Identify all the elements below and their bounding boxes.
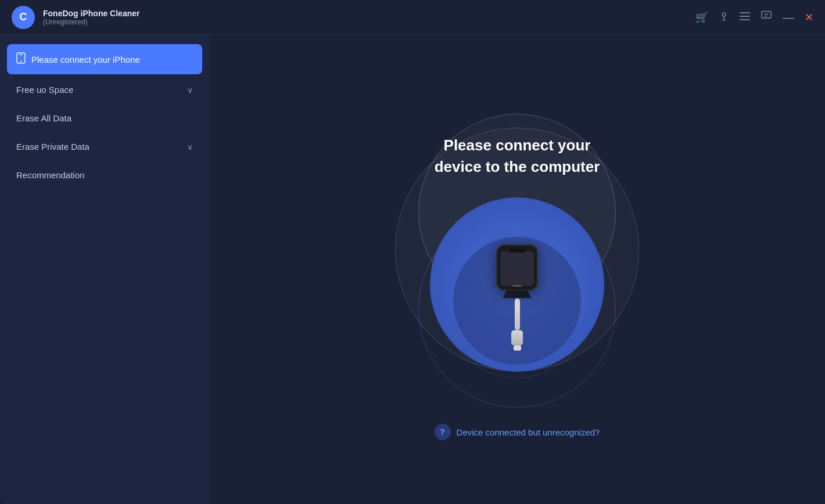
recommendation-label: Recommendation — [16, 170, 85, 180]
minimize-button[interactable]: — — [783, 12, 794, 23]
cart-icon[interactable]: 🛒 — [695, 11, 708, 24]
illustration-container: Please connect your device to the comput… — [366, 99, 668, 401]
chat-icon[interactable] — [761, 10, 772, 24]
profile-icon[interactable] — [719, 11, 729, 24]
erase-private-label: Erase Private Data — [16, 142, 89, 152]
svg-point-11 — [20, 61, 21, 62]
iphone-icon — [16, 52, 26, 66]
sidebar-item-erase-all[interactable]: Erase All Data — [7, 105, 202, 131]
close-button[interactable]: ✕ — [805, 11, 813, 24]
erase-all-label: Erase All Data — [16, 113, 71, 123]
sidebar-item-free-space[interactable]: Free uo Space ∨ — [7, 77, 202, 103]
app-title-main: FoneDog iPhone Cleaner — [43, 9, 139, 18]
cable-body — [515, 298, 520, 330]
title-bar-right: 🛒 — [695, 10, 813, 24]
svg-point-0 — [722, 13, 726, 16]
sidebar-item-erase-private[interactable]: Erase Private Data ∨ — [7, 134, 202, 160]
iphone-screen — [500, 251, 534, 286]
cable-tip — [514, 345, 521, 351]
connector-shadow — [503, 290, 532, 298]
sidebar-label-connect: Please connect your iPhone — [31, 55, 140, 64]
svg-rect-4 — [740, 16, 750, 17]
menu-icon[interactable] — [740, 11, 750, 23]
app-title-sub: (Unregistered) — [43, 18, 139, 26]
svg-rect-3 — [740, 12, 750, 13]
sidebar-item-connect-iphone[interactable]: Please connect your iPhone — [7, 44, 202, 74]
device-illustration — [496, 244, 538, 351]
cable-connector — [511, 330, 523, 345]
help-text: Device connected but unrecognized? — [457, 427, 600, 437]
help-row[interactable]: ? Device connected but unrecognized? — [435, 424, 600, 440]
content-area: Please connect your device to the comput… — [209, 35, 825, 504]
app-title: FoneDog iPhone Cleaner (Unregistered) — [43, 9, 139, 26]
title-bar-left: C FoneDog iPhone Cleaner (Unregistered) — [12, 6, 139, 29]
svg-rect-5 — [740, 19, 750, 20]
app-window: C FoneDog iPhone Cleaner (Unregistered) … — [0, 0, 825, 504]
chevron-down-icon-free-space: ∨ — [187, 85, 193, 95]
iphone-home-bar — [512, 285, 522, 287]
sidebar: Please connect your iPhone Free uo Space… — [0, 35, 209, 504]
iphone-notch — [509, 249, 525, 253]
help-icon: ? — [435, 424, 451, 440]
free-space-label: Free uo Space — [16, 85, 73, 95]
connect-heading: Please connect your device to the comput… — [418, 135, 616, 177]
app-logo: C — [12, 6, 35, 29]
title-bar: C FoneDog iPhone Cleaner (Unregistered) … — [0, 0, 825, 35]
main-layout: Please connect your iPhone Free uo Space… — [0, 35, 825, 504]
sidebar-item-recommendation[interactable]: Recommendation — [7, 162, 202, 188]
iphone-body — [496, 244, 538, 291]
chevron-down-icon-erase-private: ∨ — [187, 142, 193, 152]
